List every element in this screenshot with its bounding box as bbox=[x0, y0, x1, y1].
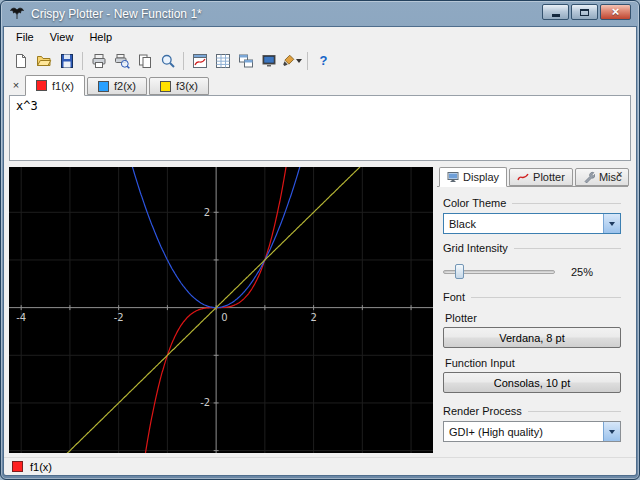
maximize-button[interactable] bbox=[571, 4, 598, 20]
toolbar: ? bbox=[4, 47, 636, 74]
close-function-button[interactable]: × bbox=[9, 79, 23, 91]
open-button[interactable] bbox=[32, 50, 55, 72]
tab-f1-label: f1(x) bbox=[52, 80, 74, 92]
plotter-curve-icon bbox=[517, 171, 529, 183]
color-theme-value: Black bbox=[444, 218, 603, 230]
render-process-select[interactable]: GDI+ (High quality) bbox=[443, 421, 621, 442]
svg-text:-4: -4 bbox=[16, 312, 26, 323]
close-button[interactable]: × bbox=[600, 4, 631, 20]
chevron-down-icon bbox=[609, 222, 615, 226]
tab-plotter[interactable]: Plotter bbox=[509, 168, 573, 186]
color-theme-label: Color Theme bbox=[443, 197, 506, 209]
divider bbox=[514, 248, 621, 249]
color-theme-dropdown-button[interactable] bbox=[603, 214, 620, 233]
svg-text:-2: -2 bbox=[114, 312, 124, 323]
render-process-value: GDI+ (High quality) bbox=[444, 426, 603, 438]
menu-help[interactable]: Help bbox=[81, 28, 120, 46]
minimize-button[interactable] bbox=[542, 4, 569, 20]
divider bbox=[528, 411, 621, 412]
toolbar-separator bbox=[82, 52, 83, 70]
font-header: Font bbox=[443, 291, 621, 303]
graph-window-icon bbox=[192, 53, 208, 69]
grid-intensity-label: Grid Intensity bbox=[443, 242, 508, 254]
open-folder-icon bbox=[36, 53, 52, 69]
function-input[interactable]: x^3 bbox=[10, 96, 630, 160]
save-button[interactable] bbox=[55, 50, 78, 72]
f1-color-swatch bbox=[36, 80, 47, 91]
toolbar-separator bbox=[183, 52, 184, 70]
svg-text:0: 0 bbox=[221, 312, 227, 323]
close-icon: × bbox=[612, 5, 620, 19]
settings-panel: Display Plotter Misc × bbox=[433, 167, 631, 453]
function-input-font-button[interactable]: Consolas, 10 pt bbox=[443, 372, 621, 393]
tab-f3[interactable]: f3(x) bbox=[149, 77, 209, 95]
settings-tab-bar: Display Plotter Misc × bbox=[437, 167, 628, 187]
value-table-icon bbox=[215, 53, 231, 69]
minimize-icon bbox=[552, 14, 560, 17]
window-title: Crispy Plotter - New Function 1* bbox=[31, 1, 202, 27]
tab-f3-label: f3(x) bbox=[176, 80, 198, 92]
print-button[interactable] bbox=[87, 50, 110, 72]
app-icon bbox=[9, 6, 25, 22]
print-icon bbox=[91, 53, 107, 69]
status-bar: f1(x) bbox=[4, 457, 636, 475]
active-function-label: f1(x) bbox=[30, 461, 52, 473]
grid-intensity-value: 25% bbox=[571, 266, 593, 278]
save-floppy-icon bbox=[59, 53, 75, 69]
help-button[interactable]: ? bbox=[312, 50, 335, 72]
tile-windows-button[interactable] bbox=[234, 50, 257, 72]
font-label: Font bbox=[443, 291, 465, 303]
print-preview-button[interactable] bbox=[110, 50, 133, 72]
render-process-dropdown-button[interactable] bbox=[603, 422, 620, 441]
magnifier-icon bbox=[160, 53, 176, 69]
copy-button[interactable] bbox=[133, 50, 156, 72]
help-icon: ? bbox=[320, 53, 328, 68]
window-controls: × bbox=[542, 4, 631, 20]
title-bar[interactable]: Crispy Plotter - New Function 1* × bbox=[1, 1, 639, 27]
copy-icon bbox=[137, 53, 153, 69]
panel-close-button[interactable]: × bbox=[613, 168, 626, 180]
tab-f1[interactable]: f1(x) bbox=[25, 75, 85, 96]
color-scheme-button[interactable] bbox=[280, 50, 303, 72]
plotter-font-button[interactable]: Verdana, 8 pt bbox=[443, 327, 621, 348]
slider-thumb[interactable] bbox=[455, 264, 464, 279]
tile-windows-icon bbox=[238, 53, 254, 69]
svg-text:2: 2 bbox=[310, 312, 316, 323]
function-input-box: x^3 bbox=[9, 95, 631, 161]
tab-f2[interactable]: f2(x) bbox=[87, 77, 147, 95]
active-function-color-swatch bbox=[12, 461, 23, 472]
graph-window-button[interactable] bbox=[188, 50, 211, 72]
render-process-label: Render Process bbox=[443, 405, 522, 417]
plot-canvas[interactable]: -4-2022-2 bbox=[9, 167, 433, 453]
menu-view[interactable]: View bbox=[42, 28, 82, 46]
color-theme-header: Color Theme bbox=[443, 197, 621, 209]
client-area: File View Help bbox=[4, 27, 636, 475]
tab-display[interactable]: Display bbox=[439, 167, 507, 187]
new-button[interactable] bbox=[9, 50, 32, 72]
chevron-down-icon bbox=[296, 59, 302, 63]
maximize-icon bbox=[580, 9, 589, 16]
divider bbox=[471, 297, 621, 298]
full-screen-button[interactable] bbox=[257, 50, 280, 72]
grid-intensity-row: 25% bbox=[443, 262, 621, 281]
main-area: -4-2022-2 Display bbox=[9, 167, 631, 453]
display-settings: Color Theme Black Grid Intensity bbox=[437, 187, 631, 454]
new-document-icon bbox=[13, 53, 29, 69]
f2-color-swatch bbox=[98, 81, 109, 92]
svg-text:2: 2 bbox=[204, 207, 210, 218]
paint-brush-icon bbox=[282, 54, 295, 67]
value-table-button[interactable] bbox=[211, 50, 234, 72]
grid-intensity-header: Grid Intensity bbox=[443, 242, 621, 254]
f3-color-swatch bbox=[160, 81, 171, 92]
zoom-button[interactable] bbox=[156, 50, 179, 72]
grid-intensity-slider[interactable] bbox=[443, 262, 555, 281]
svg-text:-2: -2 bbox=[200, 397, 210, 408]
menu-file[interactable]: File bbox=[8, 28, 42, 46]
toolbar-separator bbox=[307, 52, 308, 70]
divider bbox=[512, 203, 621, 204]
color-theme-select[interactable]: Black bbox=[443, 213, 621, 234]
display-icon bbox=[447, 171, 459, 183]
wrench-icon bbox=[583, 171, 595, 183]
menu-bar: File View Help bbox=[4, 27, 636, 47]
chevron-down-icon bbox=[609, 430, 615, 434]
